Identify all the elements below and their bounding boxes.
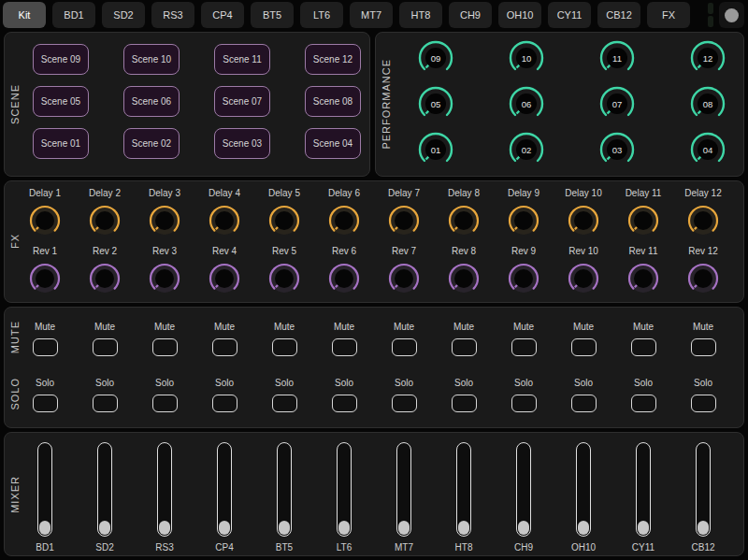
- performance-knob[interactable]: 04: [687, 129, 728, 170]
- delay-knob[interactable]: [147, 203, 182, 238]
- solo-button[interactable]: [272, 395, 297, 412]
- rev-knob[interactable]: [326, 261, 362, 296]
- performance-knob[interactable]: 03: [597, 129, 638, 170]
- mute-button[interactable]: [392, 338, 417, 356]
- tab[interactable]: Kit: [3, 2, 46, 28]
- performance-knob[interactable]: 09: [415, 37, 456, 79]
- performance-knob[interactable]: 06: [506, 83, 547, 124]
- fader-handle[interactable]: [39, 521, 50, 535]
- performance-knob[interactable]: 02: [506, 129, 547, 170]
- fader-handle[interactable]: [159, 521, 170, 535]
- performance-knob[interactable]: 12: [687, 37, 728, 79]
- tab[interactable]: SD2: [102, 2, 145, 28]
- tab[interactable]: BD1: [52, 2, 95, 28]
- delay-knob[interactable]: [207, 203, 242, 238]
- performance-knob[interactable]: 01: [415, 129, 456, 170]
- rev-knob[interactable]: [626, 261, 661, 296]
- rev-knob[interactable]: [386, 261, 422, 296]
- mute-button[interactable]: [511, 338, 537, 356]
- scene-button[interactable]: Scene 11: [214, 44, 270, 75]
- tab[interactable]: HT8: [399, 2, 442, 28]
- scene-button[interactable]: Scene 05: [33, 86, 89, 117]
- mute-button[interactable]: [272, 338, 297, 356]
- rev-knob[interactable]: [266, 261, 302, 296]
- channel-fader[interactable]: [396, 442, 411, 537]
- delay-knob[interactable]: [87, 203, 122, 238]
- performance-knob[interactable]: 11: [597, 37, 638, 79]
- scene-button[interactable]: Scene 08: [305, 86, 361, 117]
- performance-knob[interactable]: 10: [506, 37, 547, 79]
- status-circle-button[interactable]: [719, 2, 744, 28]
- channel-fader[interactable]: [277, 442, 292, 537]
- tab[interactable]: CY11: [548, 2, 591, 28]
- mute-button[interactable]: [33, 338, 58, 356]
- tab[interactable]: CP4: [201, 2, 244, 28]
- channel-fader[interactable]: [97, 442, 112, 537]
- channel-fader[interactable]: [157, 442, 172, 537]
- tab[interactable]: CH9: [449, 2, 492, 28]
- scene-button[interactable]: Scene 06: [123, 86, 180, 117]
- scene-button[interactable]: Scene 09: [33, 44, 89, 75]
- scene-button[interactable]: Scene 01: [33, 128, 89, 159]
- fader-handle[interactable]: [99, 521, 110, 535]
- mute-button[interactable]: [691, 338, 716, 356]
- scene-button[interactable]: Scene 10: [123, 44, 180, 75]
- fader-handle[interactable]: [518, 521, 529, 535]
- solo-button[interactable]: [332, 395, 357, 412]
- tab[interactable]: LT6: [300, 2, 343, 28]
- fader-handle[interactable]: [279, 521, 290, 535]
- channel-fader[interactable]: [576, 442, 591, 537]
- channel-fader[interactable]: [37, 442, 52, 537]
- scene-button[interactable]: Scene 12: [305, 44, 361, 75]
- delay-knob[interactable]: [566, 203, 601, 238]
- solo-button[interactable]: [152, 395, 178, 412]
- mute-button[interactable]: [93, 338, 118, 356]
- solo-button[interactable]: [631, 395, 656, 412]
- rev-knob[interactable]: [506, 261, 541, 296]
- performance-knob[interactable]: 05: [415, 83, 456, 124]
- delay-knob[interactable]: [266, 203, 302, 238]
- tab[interactable]: MT7: [350, 2, 393, 28]
- performance-knob[interactable]: 08: [687, 83, 728, 124]
- channel-fader[interactable]: [217, 442, 232, 537]
- delay-knob[interactable]: [506, 203, 541, 238]
- delay-knob[interactable]: [446, 203, 482, 238]
- delay-knob[interactable]: [626, 203, 661, 238]
- rev-knob[interactable]: [685, 261, 721, 296]
- channel-fader[interactable]: [337, 442, 352, 537]
- channel-fader[interactable]: [516, 442, 531, 537]
- solo-button[interactable]: [571, 395, 597, 412]
- solo-button[interactable]: [452, 395, 477, 412]
- solo-button[interactable]: [392, 395, 417, 412]
- mute-button[interactable]: [212, 338, 237, 356]
- fader-handle[interactable]: [398, 521, 410, 535]
- mute-button[interactable]: [332, 338, 357, 356]
- tab[interactable]: RS3: [151, 2, 194, 28]
- delay-knob[interactable]: [326, 203, 362, 238]
- rev-knob[interactable]: [87, 261, 122, 296]
- mute-button[interactable]: [452, 338, 477, 356]
- fader-handle[interactable]: [698, 521, 709, 535]
- scene-button[interactable]: Scene 07: [214, 86, 270, 117]
- solo-button[interactable]: [691, 395, 716, 412]
- rev-knob[interactable]: [446, 261, 482, 296]
- rev-knob[interactable]: [27, 261, 63, 296]
- fader-handle[interactable]: [578, 521, 589, 535]
- channel-fader[interactable]: [456, 442, 471, 537]
- fader-handle[interactable]: [638, 521, 649, 535]
- tab[interactable]: FX: [647, 2, 690, 28]
- scene-button[interactable]: Scene 02: [123, 128, 180, 159]
- rev-knob[interactable]: [147, 261, 182, 296]
- delay-knob[interactable]: [386, 203, 422, 238]
- tab[interactable]: OH10: [498, 2, 541, 28]
- tab[interactable]: BT5: [251, 2, 294, 28]
- rev-knob[interactable]: [566, 261, 601, 296]
- tab[interactable]: CB12: [597, 2, 640, 28]
- scene-button[interactable]: Scene 03: [214, 128, 270, 159]
- fader-handle[interactable]: [458, 521, 469, 535]
- solo-button[interactable]: [33, 395, 58, 412]
- delay-knob[interactable]: [685, 203, 721, 238]
- delay-knob[interactable]: [27, 203, 63, 238]
- solo-button[interactable]: [212, 395, 237, 412]
- fader-handle[interactable]: [219, 521, 230, 535]
